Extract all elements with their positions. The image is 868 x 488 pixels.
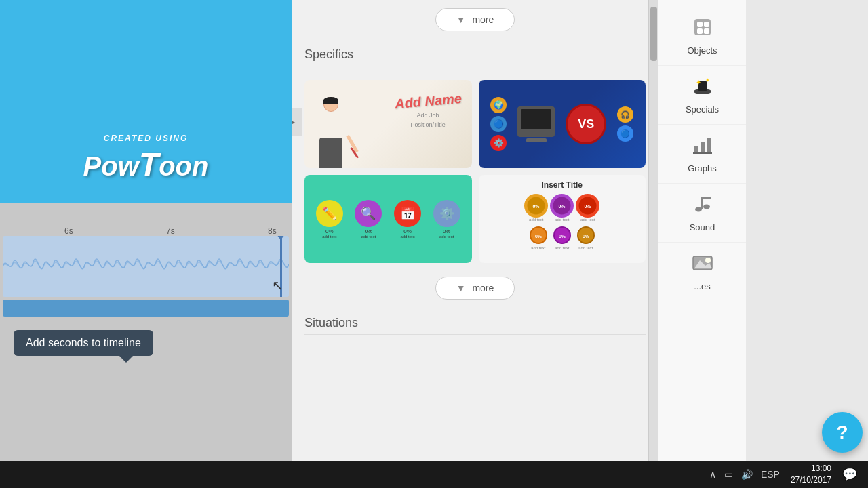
- mouse-cursor-indicator: ↖: [272, 277, 283, 293]
- more-arrow-icon: ▼: [456, 14, 466, 25]
- addname-subtitle1: Add Job: [395, 112, 462, 119]
- pie-label-5: add text: [555, 246, 569, 250]
- sound-icon: [692, 193, 713, 220]
- ruler-mark-6s: 6s: [64, 226, 73, 236]
- more-button-bottom[interactable]: ▼ more: [435, 277, 515, 300]
- pie-svg-6: 0%: [575, 224, 597, 246]
- info-item-2: 🔍 0% add text: [355, 200, 382, 239]
- svg-text:✦: ✦: [705, 77, 710, 83]
- pie-label-3: add text: [580, 218, 595, 222]
- language-indicator[interactable]: ESP: [761, 469, 780, 480]
- template-pie-charts[interactable]: Insert Title 0% add text: [479, 175, 646, 263]
- taskbar-time-display: 13:00: [791, 463, 831, 474]
- info-item-4: ⚙️ 0% add text: [433, 200, 460, 239]
- template-pie-inner: Insert Title 0% add text: [479, 175, 646, 263]
- svg-rect-14: [697, 22, 703, 27]
- info-pct-4: 0%: [443, 228, 451, 235]
- scroll-thumb: [650, 7, 657, 61]
- timeline-area: Add seconds to timeline 6s 7s 8s: [0, 203, 292, 461]
- svg-point-28: [703, 205, 710, 209]
- svg-text:0%: 0%: [533, 204, 540, 209]
- info-label-3: add text: [400, 235, 414, 239]
- template-add-name[interactable]: Add Name Add Job Position/Title: [304, 80, 472, 168]
- pie-circle-1: 0%: [524, 194, 548, 218]
- playhead-arrow: [275, 236, 287, 240]
- info-circle-1: ✏️: [316, 200, 343, 227]
- scroll-indicator[interactable]: [648, 0, 658, 461]
- pie-circles-container: 0% add text 0%: [524, 194, 599, 222]
- situations-section-title: Situations: [292, 308, 658, 334]
- info-circle-4: ⚙️: [433, 200, 460, 227]
- vs-icon-red: ⚙️: [490, 135, 507, 151]
- pie-svg-1: 0%: [524, 194, 548, 218]
- template-infographic[interactable]: ✏️ 0% add text 🔍 0% add text 📅 0% add te…: [304, 175, 472, 263]
- more-button-top[interactable]: ▼ more: [435, 8, 515, 31]
- vs-monitor-wrapper: [517, 106, 555, 142]
- more-arrow-icon-2: ▼: [456, 283, 466, 293]
- pie-title: Insert Title: [542, 180, 583, 190]
- info-label-2: add text: [361, 235, 376, 239]
- volume-icon[interactable]: 🔊: [741, 469, 753, 480]
- svg-rect-17: [704, 28, 709, 34]
- character-hair: [323, 97, 338, 104]
- svg-rect-23: [701, 142, 705, 153]
- sidebar-item-graphs[interactable]: Graphs: [658, 125, 746, 184]
- svg-text:0%: 0%: [585, 204, 592, 209]
- battery-icon: ▭: [724, 469, 733, 480]
- taskbar-datetime: 13:00 27/10/2017: [791, 463, 831, 486]
- images-icon: [692, 252, 713, 279]
- waveform-svg: [3, 236, 289, 297]
- template-addname-inner: Add Name Add Job Position/Title: [304, 80, 472, 168]
- vs-badge: VS: [566, 104, 606, 144]
- taskbar: ∧ ▭ 🔊 ESP 13:00 27/10/2017 💬: [0, 461, 868, 488]
- svg-text:✦: ✦: [696, 79, 701, 86]
- sidebar-item-sound[interactable]: Sound: [658, 184, 746, 243]
- svg-text:0%: 0%: [559, 234, 566, 239]
- timeline-bottom-track[interactable]: [3, 300, 289, 317]
- sidebar-item-objects[interactable]: Objects: [658, 7, 746, 66]
- situations-divider: [304, 334, 646, 335]
- template-vs-inner: 🌍 🔵 ⚙️ VS 🎧: [479, 80, 646, 168]
- svg-text:0%: 0%: [535, 234, 542, 239]
- right-sidebar: Objects ✦ ✦ Specials: [658, 0, 746, 461]
- collapse-panel-button[interactable]: ▶: [292, 108, 302, 136]
- pie-item-5: 0% add text: [551, 224, 573, 250]
- svg-text:0%: 0%: [583, 234, 590, 239]
- specifics-section-title: Specifics: [292, 39, 658, 66]
- sound-label: Sound: [690, 222, 715, 232]
- pie-item-3: 0% add text: [576, 194, 599, 222]
- objects-icon: [692, 16, 713, 43]
- pow-text: Pow: [83, 151, 139, 181]
- pie-item-2: 0% add text: [550, 194, 574, 222]
- character-body: [319, 138, 342, 168]
- info-circle-3: 📅: [394, 200, 421, 227]
- svg-rect-16: [697, 28, 703, 34]
- info-pct-1: 0%: [326, 228, 334, 235]
- oon-text: oon: [159, 151, 208, 181]
- specifics-panel: ▶ ▼ more Specifics: [292, 0, 658, 461]
- info-item-3: 📅 0% add text: [394, 200, 421, 239]
- pie-svg-4: 0%: [528, 224, 549, 246]
- help-button[interactable]: ?: [822, 412, 863, 453]
- main-area: CREATED USING PowToon Add seconds to tim…: [0, 0, 868, 461]
- vs-monitor-screen: [521, 109, 551, 129]
- svg-text:0%: 0%: [559, 204, 566, 209]
- vs-monitor: [517, 106, 555, 137]
- vs-icon-orange: 🌍: [490, 97, 507, 113]
- timeline-ruler: 6s 7s 8s: [0, 209, 292, 236]
- character-figure: [311, 94, 352, 168]
- pie-svg-2: 0%: [550, 194, 574, 218]
- sidebar-item-images[interactable]: ...es: [658, 243, 746, 301]
- sidebar-item-specials[interactable]: ✦ ✦ Specials: [658, 66, 746, 125]
- images-label: ...es: [694, 281, 711, 291]
- svg-point-33: [705, 258, 711, 263]
- audio-track[interactable]: ↖: [3, 236, 289, 297]
- pie-label-4: add text: [531, 246, 545, 250]
- taskbar-date-display: 27/10/2017: [791, 474, 831, 486]
- system-tray-icon[interactable]: ∧: [709, 469, 716, 480]
- template-vs[interactable]: 🌍 🔵 ⚙️ VS 🎧: [479, 80, 646, 168]
- info-pct-3: 0%: [403, 228, 412, 235]
- pie-label-1: add text: [529, 218, 543, 222]
- pie-svg-3: 0%: [576, 194, 599, 218]
- notification-icon[interactable]: 💬: [842, 467, 857, 482]
